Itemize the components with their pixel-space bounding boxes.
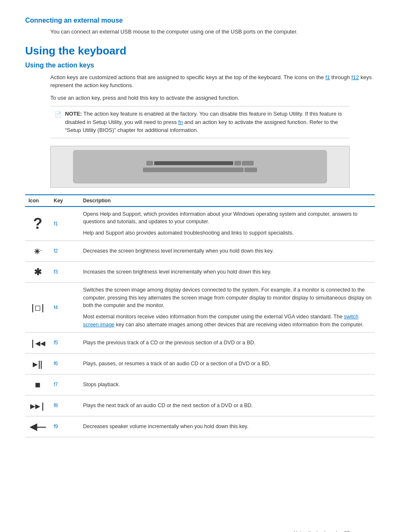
table-row: ◀—f9Decreases speaker volume incremental…: [25, 416, 375, 437]
connecting-body: You can connect an external USB mouse to…: [50, 28, 375, 36]
table-row: ■f7Stops playback.: [25, 374, 375, 395]
table-row: ▶▶|f8Plays the next track of an audio CD…: [25, 395, 375, 416]
connecting-section: Connecting an external mouse You can con…: [25, 17, 375, 36]
para2: To use an action key, press and hold thi…: [50, 94, 375, 102]
table-row: ?f1Opens Help and Support, which provide…: [25, 207, 375, 241]
table-header-row: Icon Key Description: [25, 195, 375, 207]
row-key: f2: [50, 240, 80, 261]
row-description: Stops playback.: [80, 374, 375, 395]
row-key: f8: [50, 395, 80, 416]
row-description: Plays the next track of an audio CD or t…: [80, 395, 375, 416]
col-icon: Icon: [25, 195, 50, 207]
row-key: f1: [50, 207, 80, 241]
row-description: Increases the screen brightness level in…: [80, 261, 375, 282]
row-icon: |□|: [25, 282, 50, 332]
action-keys-heading: Using the action keys: [25, 62, 375, 69]
row-key: f5: [50, 332, 80, 353]
page-footer: Using the keyboard 27: [294, 530, 350, 532]
row-key: f3: [50, 261, 80, 282]
action-keys-table: Icon Key Description ?f1Opens Help and S…: [25, 194, 375, 437]
row-icon: ☀-: [25, 240, 50, 261]
row-icon: ▶‖: [25, 353, 50, 374]
keyboard-image: [50, 146, 350, 188]
row-description: Plays the previous track of a CD or the …: [80, 332, 375, 353]
row-icon: ■: [25, 374, 50, 395]
col-key: Key: [50, 195, 80, 207]
note-icon: 📄: [55, 110, 62, 119]
row-key: f4: [50, 282, 80, 332]
table-row: ☀-f2Decreases the screen brightness leve…: [25, 240, 375, 261]
para1: Action keys are customized actions that …: [50, 73, 375, 90]
row-icon: ▶▶|: [25, 395, 50, 416]
row-description: Switches the screen image among display …: [80, 282, 375, 332]
row-icon: |◀◀: [25, 332, 50, 353]
row-key: f9: [50, 416, 80, 437]
row-description: Decreases the screen brightness level in…: [80, 240, 375, 261]
note-box: 📄 NOTE: The action key feature is enable…: [50, 106, 350, 138]
footer-text: Using the keyboard: [294, 530, 337, 532]
row-icon: ◀—: [25, 416, 50, 437]
row-description: Plays, pauses, or resumes a track of an …: [80, 353, 375, 374]
keyboard-heading: Using the keyboard: [25, 44, 375, 57]
col-description: Description: [80, 195, 375, 207]
note-content: NOTE: The action key feature is enabled …: [65, 110, 345, 134]
row-key: f6: [50, 353, 80, 374]
row-key: f7: [50, 374, 80, 395]
row-icon: ?: [25, 207, 50, 241]
footer-page: 27: [344, 530, 350, 532]
table-row: |□|f4Switches the screen image among dis…: [25, 282, 375, 332]
row-description: Opens Help and Support, which provides i…: [80, 207, 375, 241]
connecting-heading: Connecting an external mouse: [25, 17, 375, 24]
table-row: ✱f3Increases the screen brightness level…: [25, 261, 375, 282]
row-icon: ✱: [25, 261, 50, 282]
table-row: ▶‖f6Plays, pauses, or resumes a track of…: [25, 353, 375, 374]
page-wrapper: Connecting an external mouse You can con…: [25, 17, 375, 532]
row-description: Decreases speaker volume incrementally w…: [80, 416, 375, 437]
table-row: |◀◀f5Plays the previous track of a CD or…: [25, 332, 375, 353]
